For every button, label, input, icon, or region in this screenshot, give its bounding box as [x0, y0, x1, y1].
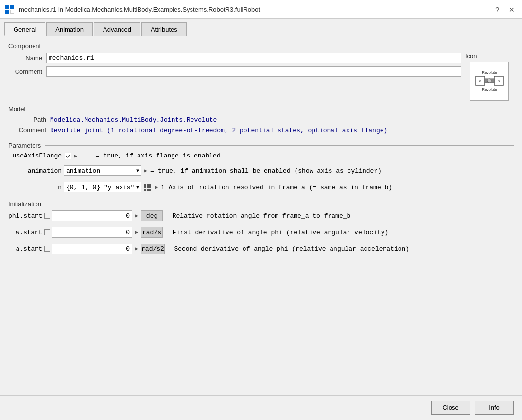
init-label-phi: phi.start	[8, 212, 42, 220]
checkmark-icon	[65, 153, 71, 159]
app-icon	[5, 5, 15, 15]
param-dropdown-n[interactable]: {0, 1, 0} "y axis" ▼	[64, 182, 141, 192]
model-section: Model Path Modelica.Mechanics.MultiBody.…	[8, 105, 514, 137]
parameters-section-header: Parameters	[8, 142, 514, 149]
model-comment-value: Revolute joint (1 rotational degree-of-f…	[50, 126, 514, 135]
param-arrow-phi: ▶	[135, 213, 138, 219]
close-window-button[interactable]: ✕	[507, 5, 517, 15]
tab-attributes[interactable]: Attributes	[141, 22, 187, 36]
model-section-header: Model	[8, 105, 514, 113]
component-section-line	[45, 46, 514, 46]
name-field-row: Name	[8, 52, 461, 63]
chevron-down-icon: ▼	[136, 168, 139, 174]
tab-bar: General Animation Advanced Attributes	[0, 19, 522, 36]
component-left: Name Comment	[8, 52, 461, 101]
svg-text:Revolute: Revolute	[482, 70, 497, 75]
model-section-line	[29, 109, 514, 109]
init-row-a: a.start 0 ▶ rad/s2 Second derivative of …	[8, 244, 514, 254]
param-dropdown-animation[interactable]: animation ▼	[64, 165, 141, 176]
init-unit-a: rad/s2	[141, 244, 165, 254]
parameters-section-line	[45, 145, 514, 146]
component-right: Icon Revolute a	[465, 52, 514, 101]
param-label-animation: animation	[8, 167, 62, 175]
init-unit-phi: deg	[141, 210, 163, 221]
grid-icon[interactable]	[144, 184, 151, 191]
initialization-section: Initialization phi.start 0 ▶ deg Relativ…	[8, 200, 514, 257]
close-button[interactable]: Close	[431, 401, 470, 415]
param-unit-n: 1	[161, 184, 165, 191]
init-input-phi[interactable]: 0	[52, 210, 132, 221]
revolute-icon-container: Revolute a b	[475, 69, 504, 93]
param-row-animation: animation animation ▼ ▶ = true, if anima…	[8, 165, 514, 176]
param-row-useaxisflange: useAxisFlange ▶ = true, if axis flange i…	[8, 152, 514, 159]
content-area: Component Name Comment Icon	[0, 36, 522, 395]
bottom-bar: Close Info	[0, 395, 522, 420]
icon-section-label: Icon	[465, 52, 477, 60]
param-label-n: n	[8, 184, 62, 191]
param-desc-useaxisflange: = true, if axis flange is enabled	[80, 152, 514, 159]
param-arrow-w: ▶	[135, 229, 138, 235]
param-arrow-2: ▶	[144, 168, 147, 174]
param-arrow-a: ▶	[135, 246, 138, 252]
help-button[interactable]: ?	[493, 5, 501, 15]
model-comment-label: Comment	[12, 126, 46, 134]
init-unit-w: rad/s	[141, 227, 163, 238]
tab-advanced[interactable]: Advanced	[94, 22, 140, 36]
init-label-w: w.start	[8, 229, 42, 236]
comment-input[interactable]	[46, 66, 461, 77]
title-bar-buttons: ? ✕	[493, 5, 517, 15]
init-checkbox-w[interactable]	[44, 229, 50, 235]
name-input[interactable]	[46, 52, 461, 63]
comment-label: Comment	[8, 68, 42, 75]
param-desc-animation: = true, if animation shall be enabled (s…	[150, 167, 514, 175]
tab-animation[interactable]: Animation	[46, 22, 93, 36]
init-row-w: w.start 0 ▶ rad/s First derivative of an…	[8, 227, 514, 238]
param-label-useaxisflange: useAxisFlange	[8, 152, 62, 159]
init-input-w[interactable]: 0	[52, 227, 132, 238]
component-section-label: Component	[8, 42, 41, 50]
initialization-section-header: Initialization	[8, 200, 514, 208]
init-row-phi: phi.start 0 ▶ deg Relative rotation angl…	[8, 210, 514, 221]
parameters-section-label: Parameters	[8, 142, 41, 149]
param-checkbox-useaxisflange[interactable]	[65, 153, 71, 159]
component-section: Component Name Comment Icon	[8, 42, 514, 101]
component-row: Name Comment Icon	[8, 52, 514, 101]
info-button[interactable]: Info	[475, 401, 514, 415]
init-input-a[interactable]: 0	[52, 244, 132, 254]
param-arrow-1: ▶	[74, 153, 77, 159]
title-bar-left: mechanics.r1 in Modelica.Mechanics.Multi…	[5, 5, 260, 15]
svg-text:a: a	[479, 79, 482, 83]
tab-general[interactable]: General	[4, 22, 45, 36]
init-checkbox-a[interactable]	[44, 246, 50, 252]
title-bar: mechanics.r1 in Modelica.Mechanics.Multi…	[0, 0, 522, 19]
component-icon-box: Revolute a b	[470, 62, 509, 101]
model-comment-row: Comment Revolute joint (1 rotational deg…	[12, 126, 514, 135]
init-desc-a: Second derivative of angle phi (relative…	[167, 245, 409, 253]
parameters-section: Parameters useAxisFlange ▶ = true, if ax…	[8, 142, 514, 195]
window-title: mechanics.r1 in Modelica.Mechanics.Multi…	[19, 6, 260, 13]
initialization-section-line	[45, 204, 514, 204]
component-section-header: Component	[8, 42, 514, 50]
comment-field-row: Comment	[8, 66, 461, 77]
name-label: Name	[8, 54, 42, 62]
main-window: mechanics.r1 in Modelica.Mechanics.Multi…	[0, 0, 522, 420]
model-path-label: Path	[12, 116, 46, 123]
init-label-a: a.start	[8, 245, 42, 253]
model-rows: Path Modelica.Mechanics.MultiBody.Joints…	[8, 116, 514, 137]
param-row-n: n {0, 1, 0} "y axis" ▼ ▶ 1 Axis of rotat…	[8, 182, 514, 192]
svg-text:b: b	[498, 79, 500, 83]
revolute-icon: Revolute a b	[475, 69, 504, 93]
svg-text:Revolute: Revolute	[482, 88, 497, 92]
param-arrow-3: ▶	[155, 184, 158, 190]
model-section-label: Model	[8, 105, 25, 113]
model-path-value: Modelica.Mechanics.MultiBody.Joints.Revo…	[50, 116, 514, 124]
param-desc-n: Axis of rotation resolved in frame_a (= …	[169, 184, 514, 191]
initialization-section-label: Initialization	[8, 200, 41, 208]
init-desc-phi: Relative rotation angle from frame_a to …	[165, 212, 350, 220]
init-checkbox-phi[interactable]	[44, 213, 50, 219]
init-desc-w: First derivative of angle phi (relative …	[165, 229, 388, 236]
chevron-down-icon-n: ▼	[136, 185, 139, 190]
svg-point-6	[487, 79, 491, 83]
model-path-row: Path Modelica.Mechanics.MultiBody.Joints…	[12, 116, 514, 124]
